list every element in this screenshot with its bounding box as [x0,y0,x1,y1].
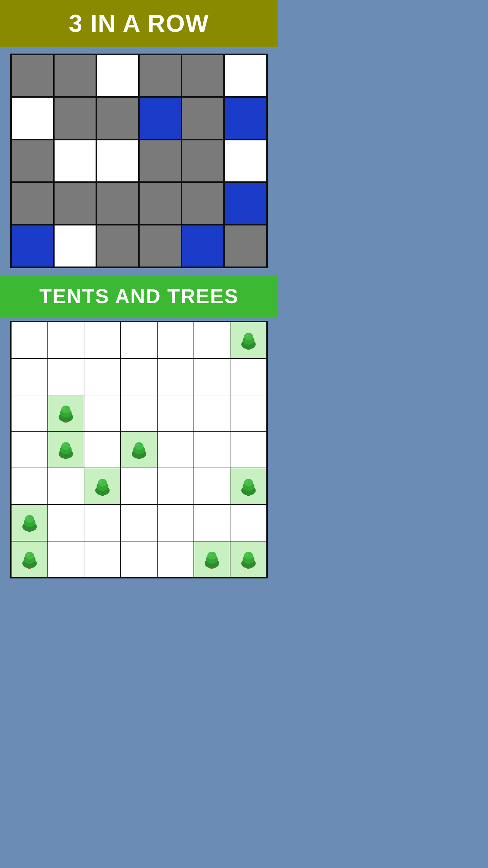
tent-cell-3-6[interactable] [230,431,267,468]
tent-cell-0-3[interactable] [121,322,157,358]
tent-cell-5-6[interactable] [230,505,267,541]
svg-point-8 [61,406,70,414]
tent-cell-3-0[interactable] [11,431,48,468]
svg-point-23 [98,479,107,487]
tent-cell-3-4[interactable] [157,431,194,468]
three-in-row-cell-0-4[interactable] [182,55,224,97]
three-in-row-cell-3-5[interactable] [224,182,267,224]
tent-cell-1-3[interactable] [121,358,157,395]
game-title-3-in-a-row: 3 IN A ROW [0,9,278,37]
tree-icon [126,437,151,462]
three-in-row-cell-0-3[interactable] [139,55,182,97]
three-in-row-cell-2-2[interactable] [96,140,139,182]
tent-cell-1-4[interactable] [157,358,194,395]
three-in-row-cell-4-2[interactable] [96,225,139,267]
tent-cell-3-3[interactable] [121,431,157,468]
tent-cell-5-3[interactable] [121,505,157,541]
svg-point-34 [26,517,29,519]
three-in-row-cell-4-3[interactable] [139,225,182,267]
three-in-row-cell-0-5[interactable] [224,55,267,97]
svg-point-13 [61,442,70,450]
tent-cell-5-1[interactable] [48,505,84,541]
tent-cell-4-6[interactable] [230,468,267,505]
tent-cell-5-5[interactable] [194,505,230,541]
tent-cell-4-2[interactable] [84,468,121,505]
tent-cell-2-5[interactable] [194,395,230,432]
tent-cell-0-2[interactable] [84,322,121,358]
tent-cell-5-4[interactable] [157,505,194,541]
tent-cell-6-0[interactable] [11,541,48,578]
three-in-row-cell-4-5[interactable] [224,225,267,267]
tent-cell-1-1[interactable] [48,358,84,395]
three-in-row-cell-3-2[interactable] [96,182,139,224]
three-in-row-cell-0-0[interactable] [11,55,54,97]
tent-cell-0-4[interactable] [157,322,194,358]
tree-icon [17,510,42,535]
tent-cell-1-2[interactable] [84,358,121,395]
svg-point-19 [135,443,139,446]
tent-cell-1-6[interactable] [230,358,267,395]
three-in-row-cell-4-4[interactable] [182,225,224,267]
game-title-tents-trees: TENTS AND TREES [0,284,278,308]
tent-cell-4-5[interactable] [194,468,230,505]
tent-cell-5-0[interactable] [11,505,48,541]
svg-point-24 [99,480,103,483]
three-in-row-cell-0-2[interactable] [96,55,139,97]
three-in-row-cell-1-0[interactable] [11,97,54,139]
tent-cell-4-3[interactable] [121,468,157,505]
three-in-row-cell-4-0[interactable] [11,225,54,267]
tree-icon [199,547,224,572]
tent-cell-6-4[interactable] [157,541,194,578]
tent-cell-4-0[interactable] [11,468,48,505]
three-in-a-row-section [0,47,278,275]
tent-cell-6-2[interactable] [84,541,121,578]
svg-point-4 [245,334,249,337]
tent-cell-5-2[interactable] [84,505,121,541]
tent-cell-3-1[interactable] [48,431,84,468]
three-in-row-cell-3-0[interactable] [11,182,54,224]
tents-and-trees-grid[interactable] [10,321,268,578]
three-in-row-cell-2-3[interactable] [139,140,182,182]
three-in-row-cell-1-1[interactable] [54,97,97,139]
tent-cell-1-5[interactable] [194,358,230,395]
tent-cell-0-5[interactable] [194,322,230,358]
three-in-row-cell-3-1[interactable] [54,182,97,224]
three-in-row-cell-1-2[interactable] [96,97,139,139]
three-in-row-cell-4-1[interactable] [54,225,97,267]
tent-cell-2-2[interactable] [84,395,121,432]
svg-point-18 [135,442,144,450]
tent-cell-6-1[interactable] [48,541,84,578]
tent-cell-4-1[interactable] [48,468,84,505]
three-in-row-cell-3-4[interactable] [182,182,224,224]
three-in-row-cell-2-0[interactable] [11,140,54,182]
three-in-row-cell-3-3[interactable] [139,182,182,224]
tent-cell-6-3[interactable] [121,541,157,578]
three-in-row-cell-1-3[interactable] [139,97,182,139]
three-in-row-cell-1-4[interactable] [182,97,224,139]
svg-point-38 [25,552,34,560]
three-in-row-cell-2-5[interactable] [224,140,267,182]
tent-cell-2-4[interactable] [157,395,194,432]
tent-cell-4-4[interactable] [157,468,194,505]
three-in-row-cell-0-1[interactable] [54,55,97,97]
tree-icon [236,328,261,353]
tent-cell-3-2[interactable] [84,431,121,468]
tent-cell-0-6[interactable] [230,322,267,358]
tent-cell-1-0[interactable] [11,358,48,395]
tent-cell-2-0[interactable] [11,395,48,432]
three-in-a-row-grid[interactable] [10,54,268,268]
three-in-row-cell-2-1[interactable] [54,140,97,182]
tent-cell-0-1[interactable] [48,322,84,358]
three-in-row-cell-1-5[interactable] [224,97,267,139]
tent-cell-6-6[interactable] [230,541,267,578]
svg-point-39 [26,553,29,556]
tent-cell-0-0[interactable] [11,322,48,358]
svg-point-48 [244,552,253,560]
tent-cell-3-5[interactable] [194,431,230,468]
tent-cell-2-3[interactable] [121,395,157,432]
tent-cell-2-1[interactable] [48,395,84,432]
three-in-row-cell-2-4[interactable] [182,140,224,182]
tent-cell-2-6[interactable] [230,395,267,432]
tent-cell-6-5[interactable] [194,541,230,578]
svg-point-14 [62,443,66,446]
